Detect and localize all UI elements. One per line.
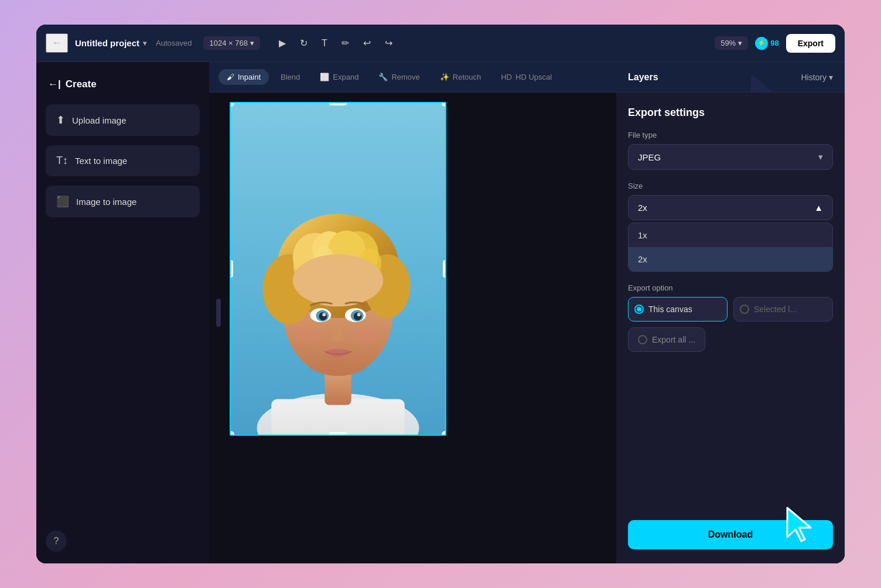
- toolbar-strip: 🖌 Inpaint Blend ⬜ Expand 🔧 Remove ✨ Reto…: [209, 62, 616, 93]
- upload-image-button[interactable]: ⬆ Upload image: [46, 104, 200, 136]
- this-canvas-radio: [634, 305, 644, 314]
- upscal-hd-icon: HD: [501, 73, 512, 81]
- redo-button[interactable]: ↪: [380, 34, 397, 52]
- upload-icon: ⬆: [56, 114, 65, 127]
- handle-bottom-center[interactable]: [329, 432, 347, 436]
- project-name[interactable]: Untitled project ▾: [75, 38, 146, 48]
- retouch-icon: ✨: [440, 73, 449, 81]
- tab-remove[interactable]: 🔧 Remove: [370, 69, 428, 85]
- handle-left-center[interactable]: [230, 260, 233, 278]
- canvas-handle-vertical[interactable]: [216, 299, 221, 327]
- right-panel: Layers History ▾ Export settings File ty…: [616, 62, 845, 563]
- svg-point-25: [353, 327, 381, 344]
- rotate-tool-button[interactable]: ↻: [295, 34, 312, 52]
- layers-title: Layers: [628, 72, 658, 83]
- remove-icon: 🔧: [378, 73, 388, 81]
- selected-layers-option[interactable]: Selected l...: [733, 297, 833, 322]
- size-option-2x[interactable]: 2x: [629, 247, 832, 271]
- create-back-icon: ←|: [48, 78, 61, 90]
- project-chevron-icon: ▾: [143, 39, 146, 47]
- right-panel-header: Layers History ▾: [616, 62, 845, 93]
- size-option-1x[interactable]: 1x: [629, 223, 832, 247]
- export-all-option[interactable]: Export all ...: [628, 327, 705, 352]
- svg-point-23: [357, 313, 361, 316]
- tool-buttons: ▶ ↻ T ✏ ↩ ↪: [274, 34, 397, 52]
- selected-radio: [740, 305, 749, 314]
- export-button[interactable]: Export: [786, 34, 835, 53]
- header: ← Untitled project ▾ Autosaved 1024 × 76…: [36, 25, 845, 62]
- download-button[interactable]: Download: [628, 520, 833, 549]
- select-tool-button[interactable]: ▶: [274, 34, 291, 52]
- handle-top-center[interactable]: [329, 102, 347, 105]
- zoom-selector[interactable]: 59% ▾: [715, 36, 748, 50]
- dimensions-selector[interactable]: 1024 × 768 ▾: [203, 36, 259, 50]
- handle-bottom-right[interactable]: [442, 431, 446, 436]
- undo-button[interactable]: ↩: [358, 34, 375, 52]
- text-tool-button[interactable]: T: [317, 35, 332, 52]
- canvas-image-container[interactable]: [230, 102, 446, 436]
- text-to-image-icon: T↕: [56, 155, 68, 167]
- portrait-svg: [231, 103, 445, 435]
- export-options-group: This canvas Selected l...: [628, 297, 833, 322]
- file-type-select[interactable]: JPEG ▾: [628, 144, 833, 170]
- canvas-image: [231, 103, 445, 435]
- image-to-image-icon: ⬛: [56, 195, 69, 208]
- tab-retouch[interactable]: ✨ Retouch: [432, 69, 489, 85]
- zoom-chevron-icon: ▾: [738, 39, 742, 47]
- credits-display: ⚡ 98: [755, 37, 778, 50]
- app-window: ← Untitled project ▾ Autosaved 1024 × 76…: [36, 25, 845, 563]
- file-type-chevron-icon: ▾: [818, 152, 823, 162]
- export-option-field: Export option This canvas Selected l...: [628, 283, 833, 352]
- size-dropdown: 1x 2x: [628, 223, 833, 272]
- handle-right-center[interactable]: [443, 260, 446, 278]
- back-button[interactable]: ←: [46, 33, 68, 53]
- size-label: Size: [628, 182, 833, 190]
- size-select[interactable]: 2x ▲: [628, 195, 833, 220]
- sidebar: ←| Create ⬆ Upload image T↕ Text to imag…: [36, 62, 209, 563]
- main-area: ←| Create ⬆ Upload image T↕ Text to imag…: [36, 62, 845, 563]
- tab-blend[interactable]: Blend: [272, 69, 308, 85]
- export-option-label: Export option: [628, 283, 833, 292]
- file-type-field: File type JPEG ▾: [628, 131, 833, 170]
- credits-icon: ⚡: [755, 37, 768, 50]
- svg-point-22: [322, 313, 326, 316]
- file-type-label: File type: [628, 131, 833, 139]
- dimensions-chevron-icon: ▾: [250, 39, 254, 47]
- export-settings-title: Export settings: [628, 107, 833, 119]
- expand-icon: ⬜: [320, 73, 329, 81]
- text-to-image-button[interactable]: T↕ Text to image: [46, 145, 200, 176]
- canvas-area[interactable]: 🖌 Inpaint Blend ⬜ Expand 🔧 Remove ✨ Reto…: [209, 62, 616, 563]
- sidebar-title: ←| Create: [46, 74, 200, 95]
- export-all-radio: [638, 335, 647, 344]
- help-icon: ?: [54, 536, 59, 546]
- image-to-image-button[interactable]: ⬛ Image to image: [46, 186, 200, 217]
- this-canvas-option[interactable]: This canvas: [628, 297, 728, 322]
- autosaved-status: Autosaved: [156, 39, 192, 47]
- export-panel: Export settings File type JPEG ▾ Size 2x…: [616, 93, 845, 563]
- svg-point-24: [295, 327, 323, 344]
- tab-inpaint[interactable]: 🖌 Inpaint: [218, 69, 269, 85]
- size-chevron-icon: ▲: [814, 203, 823, 213]
- help-button[interactable]: ?: [46, 531, 67, 552]
- tab-upscal[interactable]: HD HD Upscal: [493, 69, 560, 85]
- history-button[interactable]: History ▾: [801, 73, 833, 82]
- tab-expand[interactable]: ⬜ Expand: [312, 69, 367, 85]
- history-chevron-icon: ▾: [829, 73, 833, 82]
- svg-point-26: [309, 358, 367, 376]
- svg-point-15: [293, 254, 383, 306]
- pen-tool-button[interactable]: ✏: [337, 34, 354, 52]
- inpaint-icon: 🖌: [227, 73, 234, 81]
- size-field: Size 2x ▲ 1x 2x: [628, 182, 833, 272]
